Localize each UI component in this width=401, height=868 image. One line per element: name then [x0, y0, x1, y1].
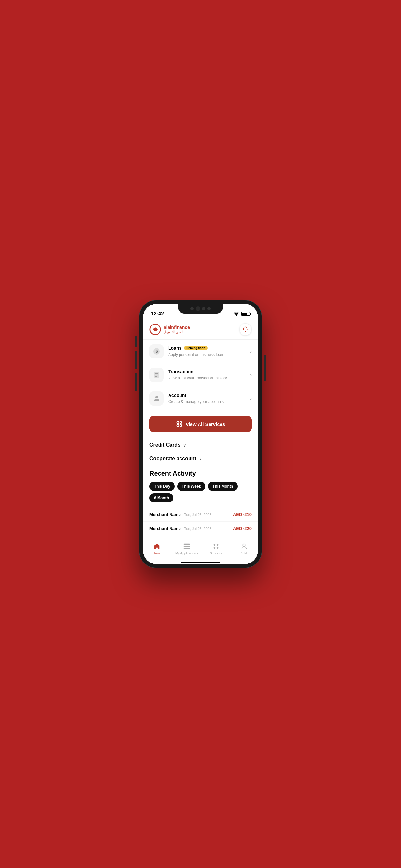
nav-profile[interactable]: Profile [235, 542, 254, 555]
tx1-date: Tue, Jul 25, 2023 [184, 513, 212, 517]
tx1-left: Merchant Name · Tue, Jul 25, 2023 [150, 512, 212, 517]
credit-cards-title: Credit Cards [150, 442, 181, 448]
account-chevron: › [250, 396, 251, 401]
status-icons [234, 312, 250, 316]
cooperate-account-section[interactable]: Cooperate account ∨ [143, 451, 258, 465]
services-list: $ Loans Coming Soon Apply personal or bu… [143, 340, 258, 410]
loans-chevron: › [250, 349, 251, 354]
svg-point-19 [243, 544, 245, 547]
transaction-name: Transaction [168, 369, 194, 374]
period-tab-month[interactable]: This Month [208, 482, 238, 491]
transaction-chevron: › [250, 372, 251, 377]
view-all-services-button[interactable]: View All Services [150, 415, 251, 432]
transaction-row-2[interactable]: Merchant Name · Tue, Jul 25, 2023 AED -2… [143, 522, 258, 535]
svg-rect-9 [180, 422, 181, 424]
tx2-date: Tue, Jul 25, 2023 [184, 527, 212, 531]
loans-icon-wrap: $ [150, 344, 164, 359]
nav-profile-label: Profile [239, 552, 248, 555]
tx1-merchant: Merchant Name [150, 512, 181, 517]
recent-activity-section: Recent Activity This Day This Week This … [143, 465, 258, 502]
account-icon [153, 395, 160, 402]
transaction-desc: View all of your transaction history [168, 376, 227, 380]
home-indicator [143, 560, 258, 564]
transaction-icon [153, 371, 160, 379]
loans-service-item[interactable]: $ Loans Coming Soon Apply personal or bu… [150, 340, 251, 363]
svg-point-7 [155, 396, 158, 399]
period-tab-6month[interactable]: 6 Month [150, 493, 174, 502]
phone-screen: 12:42 [143, 304, 258, 564]
period-tabs: This Day This Week This Month 6 Month [150, 482, 251, 502]
tx2-merchant: Merchant Name [150, 526, 181, 531]
nav-home-label: Home [153, 552, 161, 555]
spendings-section: Spendings Jul 2023 M ∨ [143, 535, 258, 539]
svg-rect-12 [184, 544, 189, 545]
account-desc: Create & manage your accounts [168, 399, 224, 404]
bottom-navigation: Home My Applications [143, 539, 258, 560]
loans-icon: $ [153, 347, 160, 355]
nav-services[interactable]: Services [206, 542, 226, 555]
tx1-value: -210 [243, 512, 251, 517]
grid-icon [176, 421, 182, 427]
svg-point-17 [214, 547, 216, 549]
logo-arabic: العيـن للتـمويل [164, 330, 190, 334]
transaction-title-row: Transaction [168, 369, 247, 374]
period-tab-today[interactable]: This Day [150, 482, 175, 491]
svg-rect-14 [184, 548, 189, 549]
tx1-amount: AED -210 [233, 512, 251, 517]
volume-silent-button [135, 336, 136, 347]
phone-frame: 12:42 [139, 300, 262, 568]
recent-activity-heading: Recent Activity [150, 470, 251, 477]
logo-english: alainfinance [164, 325, 190, 330]
transaction-info: Transaction View all of your transaction… [168, 369, 247, 381]
profile-icon [240, 542, 248, 550]
loans-name: Loans [168, 345, 181, 351]
loans-info: Loans Coming Soon Apply personal or busi… [168, 345, 247, 357]
logo-icon [150, 323, 161, 335]
tx2-value: -220 [243, 526, 251, 531]
coming-soon-badge: Coming Soon [184, 346, 208, 350]
transaction-row-1[interactable]: Merchant Name · Tue, Jul 25, 2023 AED -2… [143, 507, 258, 522]
svg-rect-11 [180, 425, 181, 427]
home-icon [153, 542, 161, 550]
period-tab-week[interactable]: This Week [177, 482, 205, 491]
power-button [265, 355, 266, 381]
nav-applications[interactable]: My Applications [175, 542, 197, 555]
volume-down-button [135, 373, 136, 391]
app-content[interactable]: alainfinance العيـن للتـمويل [143, 319, 258, 539]
notch [178, 304, 223, 314]
svg-point-16 [217, 544, 219, 546]
applications-icon [183, 542, 190, 550]
account-title-row: Account [168, 393, 247, 398]
bell-icon [243, 327, 248, 332]
account-name: Account [168, 393, 186, 398]
credit-cards-section[interactable]: Credit Cards ∨ [143, 438, 258, 451]
tx2-currency: AED [233, 526, 242, 531]
notch-dot-2 [202, 307, 205, 310]
svg-text:$: $ [156, 349, 158, 353]
services-icon [212, 542, 220, 550]
account-service-item[interactable]: Account Create & manage your accounts › [150, 387, 251, 410]
app-header: alainfinance العيـن للتـمويل [143, 319, 258, 340]
wifi-icon [234, 312, 239, 316]
logo: alainfinance العيـن للتـمويل [150, 323, 190, 335]
account-icon-wrap [150, 392, 164, 406]
transaction-icon-wrap [150, 368, 164, 382]
account-info: Account Create & manage your accounts [168, 393, 247, 404]
svg-rect-10 [177, 425, 179, 427]
loans-desc: Apply personal or business loan [168, 352, 223, 357]
notch-dot-3 [207, 307, 211, 310]
home-bar [181, 562, 220, 563]
transaction-service-item[interactable]: Transaction View all of your transaction… [150, 363, 251, 387]
logo-text: alainfinance العيـن للتـمويل [164, 325, 190, 334]
nav-applications-label: My Applications [175, 552, 197, 555]
tx1-currency: AED [233, 512, 242, 517]
notch-dot-1 [190, 307, 194, 310]
svg-rect-13 [184, 546, 189, 547]
nav-services-label: Services [210, 552, 222, 555]
credit-cards-chevron: ∨ [183, 443, 186, 447]
notification-button[interactable] [239, 323, 251, 336]
loans-title-row: Loans Coming Soon [168, 345, 247, 351]
svg-point-18 [217, 547, 219, 549]
status-time: 12:42 [151, 311, 164, 317]
nav-home[interactable]: Home [147, 542, 166, 555]
